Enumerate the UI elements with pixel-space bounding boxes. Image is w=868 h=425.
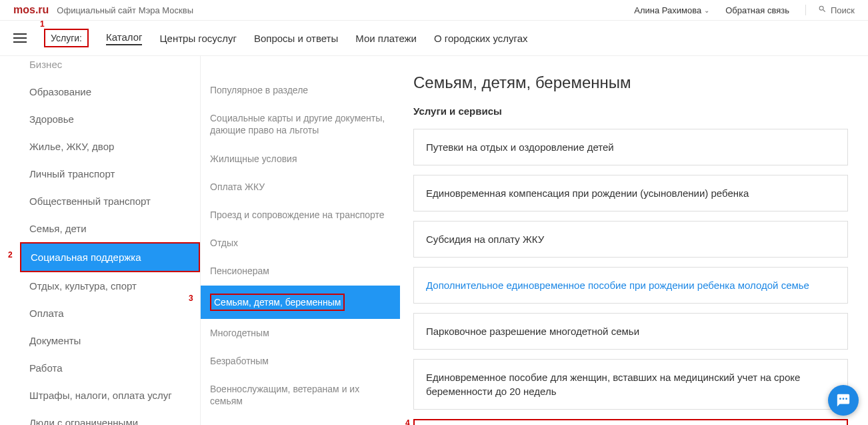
service-card[interactable]: Дополнительное единовременное пособие пр… [413,267,848,304]
sidebar-item[interactable]: Работа [20,354,200,382]
sidebar-item[interactable]: Жилье, ЖКУ, двор [20,133,200,160]
sidebar-item[interactable]: Здоровье [20,105,200,133]
service-card[interactable]: Путевки на отдых и оздоровление детей [413,129,848,165]
subcategory-column: Популярное в разделе Социальные карты и … [200,56,400,425]
service-card[interactable]: Единовременное пособие для женщин, встав… [413,359,848,410]
sidebar-item[interactable]: Бизнес [20,56,200,78]
subcat-item[interactable]: Популярное в разделе [201,76,400,104]
search-label: Поиск [831,5,855,15]
section-title: Услуги и сервисы [413,105,848,117]
topbar-left: mos.ru Официальный сайт Мэра Москвы [13,4,193,16]
logo[interactable]: mos.ru [13,4,49,16]
subcat-item[interactable]: Социальные карты и другие документы, даю… [201,104,400,144]
chevron-down-icon: ⌄ [704,7,709,14]
burger-menu[interactable] [13,33,27,43]
subcat-item[interactable]: Оплата ЖКУ [201,173,400,201]
user-menu[interactable]: Алина Рахимова ⌄ [634,5,709,15]
user-name: Алина Рахимова [634,5,701,15]
subcat-item[interactable]: Жилищные условия [201,145,400,173]
subcat-item[interactable]: Пенсионерам [201,257,400,285]
navbar: 1 Услуги: Каталог Центры госуслуг Вопрос… [0,21,868,56]
sidebar-item[interactable]: Штрафы, налоги, оплата услуг [20,382,200,409]
subcat-item[interactable]: Многодетным [201,319,400,347]
sidebar-item[interactable]: Документы [20,327,200,354]
nav-item-faq[interactable]: Вопросы и ответы [254,33,338,44]
subcat-item[interactable]: Безработным [201,347,400,375]
nav-item-payments[interactable]: Мои платежи [355,33,417,44]
annotation-3: 3 [189,294,193,304]
chat-icon [836,393,851,408]
tagline: Официальный сайт Мэра Москвы [57,5,193,15]
subcat-item-label: Семьям, детям, беременным [210,294,345,311]
annotation-4: 4 [405,418,410,425]
annotation-2: 2 [8,250,13,260]
nav-label: Услуги: [51,33,82,43]
nav-item-about[interactable]: О городских услугах [434,33,528,44]
service-card-monthly-allowance[interactable]: 4 Ежемесячное пособие на ребенка [413,419,848,425]
sidebar-item[interactable]: Личный транспорт [20,160,200,187]
search-icon [818,5,827,15]
nav-item-centers[interactable]: Центры госуслуг [159,33,236,44]
subcat-item-families[interactable]: 3 Семьям, детям, беременным [201,286,400,319]
service-card[interactable]: Парковочное разрешение многодетной семьи [413,313,848,350]
sidebar-item[interactable]: Семья, дети [20,215,200,242]
annotation-1: 1 [40,19,45,29]
nav-item-services[interactable]: 1 Услуги: [44,29,89,47]
topbar: mos.ru Официальный сайт Мэра Москвы Алин… [0,0,868,21]
sidebar-item[interactable]: Отдых, культура, спорт [20,272,200,300]
main-content: Бизнес Образование Здоровье Жилье, ЖКУ, … [0,56,868,425]
sidebar-item[interactable]: Оплата [20,300,200,327]
sidebar-item[interactable]: Образование [20,78,200,105]
service-card[interactable]: Субсидия на оплату ЖКУ [413,221,848,258]
feedback-link[interactable]: Обратная связь [725,5,789,15]
sidebar-item-social-support[interactable]: 2 Социальная поддержка [20,242,200,272]
subcat-item[interactable]: Военнослужащим, ветеранам и их семьям [201,375,400,415]
sidebar-item[interactable]: Общественный транспорт [20,187,200,215]
sidebar-item[interactable]: Люди с ограниченными возможностями здоро… [20,409,200,425]
topbar-right: Алина Рахимова ⌄ Обратная связь Поиск [634,5,855,15]
subcat-item[interactable]: Людям с ограниченными возможностями здор… [201,415,400,425]
subcat-item[interactable]: Проезд и сопровождение на транспорте [201,201,400,229]
service-card[interactable]: Единовременная компенсация при рождении … [413,175,848,211]
category-column: Бизнес Образование Здоровье Жилье, ЖКУ, … [0,56,200,425]
services-column: Семьям, детям, беременным Услуги и серви… [400,56,868,425]
sidebar-item-label: Социальная поддержка [31,252,141,263]
subcat-item[interactable]: Отдых [201,229,400,257]
page-title: Семьям, детям, беременным [413,73,848,92]
nav-item-catalog[interactable]: Каталог [106,31,143,45]
search-button[interactable]: Поиск [805,5,855,15]
chat-button[interactable] [828,385,859,416]
